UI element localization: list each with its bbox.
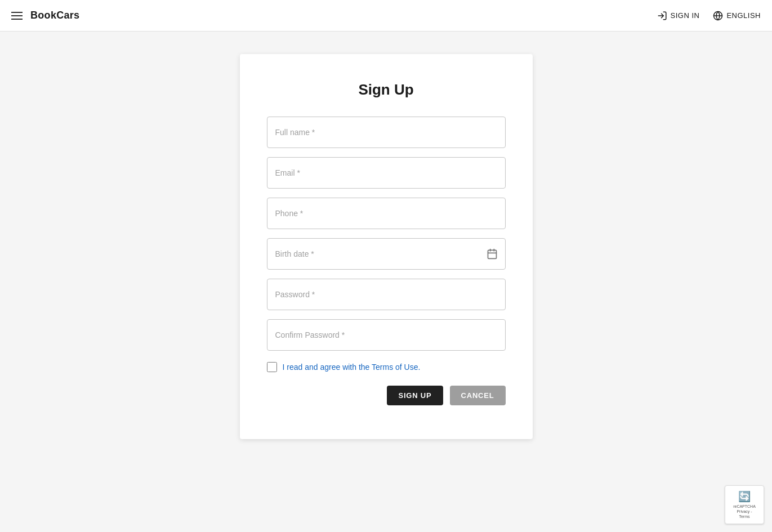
terms-label[interactable]: I read and agree with the Terms of Use. [283,363,421,372]
signup-card: Sign Up [240,54,533,439]
calendar-icon-button[interactable] [484,246,500,262]
header: BookCars SIGN IN ENGLISH [0,0,772,32]
date-input-wrapper [267,238,506,270]
sign-in-link[interactable]: SIGN IN [657,11,700,21]
calendar-icon [487,248,498,260]
birth-date-group [267,238,506,270]
signup-button[interactable]: SIGN UP [387,386,443,405]
password-group [267,279,506,310]
language-label: ENGLISH [726,11,761,20]
phone-group [267,198,506,229]
main-content: Sign Up [0,32,772,462]
app-logo: BookCars [30,10,79,21]
header-left: BookCars [11,10,79,21]
recaptcha-logo: 🔄 [738,490,751,503]
header-right: SIGN IN ENGLISH [657,11,761,21]
terms-checkbox[interactable] [267,362,277,372]
phone-input[interactable] [267,198,506,229]
terms-row: I read and agree with the Terms of Use. [267,362,506,372]
cancel-button[interactable]: CANCEL [450,386,506,405]
full-name-input[interactable] [267,117,506,148]
globe-icon [713,11,723,21]
email-group [267,157,506,189]
sign-in-label: SIGN IN [671,11,700,20]
sign-in-icon [657,11,667,21]
svg-rect-3 [488,250,496,258]
buttons-row: SIGN UP CANCEL [267,386,506,405]
email-input[interactable] [267,157,506,189]
password-input[interactable] [267,279,506,310]
menu-icon[interactable] [11,12,23,20]
form-title: Sign Up [267,81,506,99]
full-name-group [267,117,506,148]
confirm-password-group [267,319,506,351]
recaptcha-badge: 🔄 reCAPTCHA Privacy - Terms [725,485,764,524]
confirm-password-input[interactable] [267,319,506,351]
language-selector[interactable]: ENGLISH [713,11,761,21]
birth-date-input[interactable] [267,238,506,270]
recaptcha-text: reCAPTCHA Privacy - Terms [731,504,758,519]
